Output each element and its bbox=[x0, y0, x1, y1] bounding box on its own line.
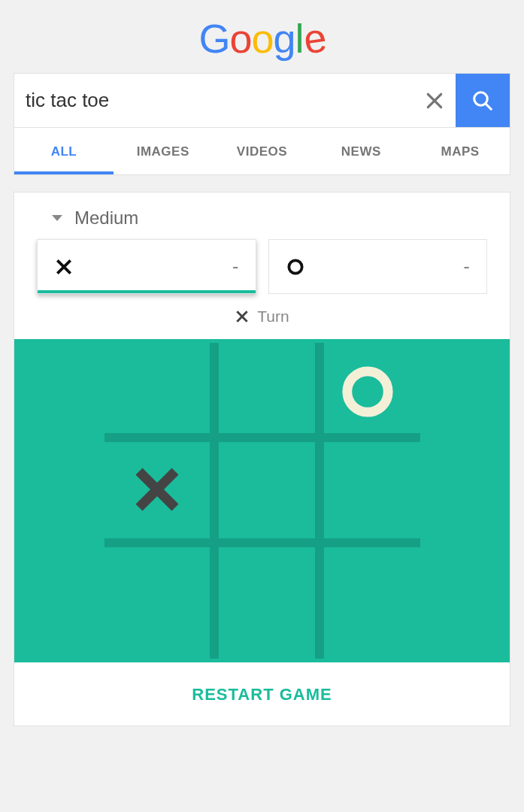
x-icon bbox=[54, 257, 74, 277]
board-cell-1-2[interactable] bbox=[315, 441, 420, 538]
turn-label: Turn bbox=[257, 308, 289, 326]
svg-line-1 bbox=[486, 103, 492, 109]
board-cell-0-1[interactable] bbox=[210, 343, 315, 441]
search-bar bbox=[14, 73, 510, 128]
tic-tac-toe-card: Medium - - Turn bbox=[14, 192, 510, 726]
tab-news[interactable]: NEWS bbox=[311, 128, 410, 174]
score-value-o: - bbox=[463, 255, 470, 278]
svg-point-2 bbox=[289, 260, 301, 273]
search-tabs: ALL IMAGES VIDEOS NEWS MAPS bbox=[14, 128, 510, 175]
board-cell-1-0[interactable] bbox=[104, 441, 210, 538]
board-cell-0-0[interactable] bbox=[104, 343, 210, 441]
google-logo: Google bbox=[14, 0, 510, 73]
restart-button[interactable]: RESTART GAME bbox=[192, 685, 332, 704]
score-card-x[interactable]: - bbox=[37, 239, 256, 294]
chevron-down-icon bbox=[52, 215, 62, 221]
o-icon bbox=[286, 257, 305, 277]
difficulty-selector[interactable]: Medium bbox=[14, 192, 510, 239]
o-mark bbox=[338, 362, 398, 422]
tab-videos[interactable]: VIDEOS bbox=[213, 128, 312, 174]
score-card-o[interactable]: - bbox=[268, 239, 488, 294]
board-cell-0-2[interactable] bbox=[315, 343, 420, 441]
board-cell-2-2[interactable] bbox=[315, 538, 420, 636]
game-board bbox=[14, 339, 510, 662]
clear-icon[interactable] bbox=[413, 74, 456, 127]
tab-maps[interactable]: MAPS bbox=[410, 128, 510, 174]
board-cell-2-0[interactable] bbox=[104, 538, 210, 636]
tab-images[interactable]: IMAGES bbox=[114, 128, 213, 174]
score-value-x: - bbox=[232, 255, 239, 278]
svg-point-3 bbox=[347, 371, 387, 412]
board-cell-2-1[interactable] bbox=[210, 538, 315, 636]
search-input[interactable] bbox=[14, 74, 413, 127]
score-row: - - bbox=[14, 239, 510, 308]
difficulty-label: Medium bbox=[74, 208, 138, 229]
search-button[interactable] bbox=[456, 74, 510, 127]
turn-indicator: Turn bbox=[14, 308, 510, 339]
tab-all[interactable]: ALL bbox=[14, 128, 114, 174]
search-icon bbox=[471, 89, 494, 112]
x-mark bbox=[127, 459, 187, 520]
board-cell-1-1[interactable] bbox=[210, 441, 315, 538]
x-icon bbox=[235, 309, 250, 324]
